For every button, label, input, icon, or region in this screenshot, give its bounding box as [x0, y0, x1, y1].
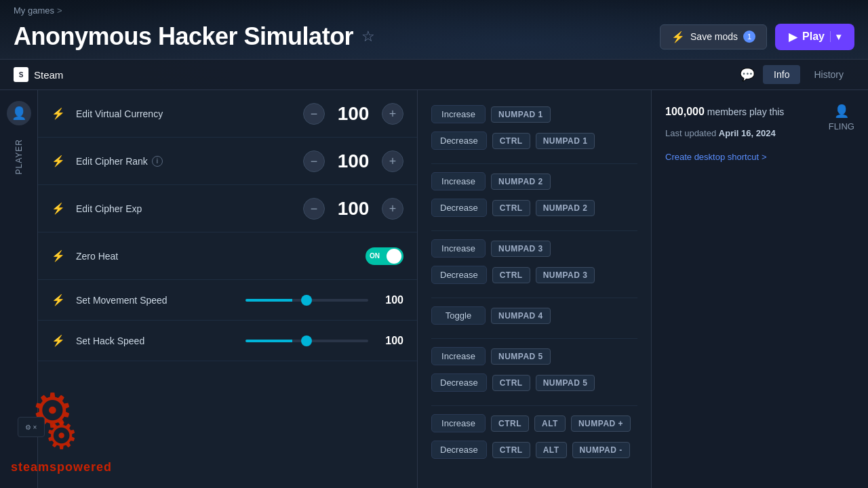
increase-virtual-currency-button[interactable]: + [382, 103, 403, 125]
platform-name: Steam [34, 69, 63, 81]
hotkey-action-decrease-2: Decrease [431, 199, 487, 217]
mod-zero-heat: ⚡ Zero Heat ON [38, 232, 417, 280]
hotkey-row-increase-5: Increase NUMPAD 5 [431, 343, 637, 369]
author-name: FLING [829, 121, 854, 131]
hotkey-key-ctrl-1: CTRL [492, 133, 530, 149]
cipher-rank-info-icon[interactable]: i [152, 156, 163, 167]
movement-speed-slider-row: 100 [245, 294, 404, 306]
desktop-link-text: Create desktop shortcut [665, 152, 759, 162]
value-cipher-exp: 100 [333, 198, 374, 220]
hotkey-row-decrease-3: Decrease CTRL NUMPAD 3 [431, 262, 637, 288]
hotkey-action-increase-1: Increase [431, 105, 486, 123]
play-button[interactable]: ▶ Play ▾ [775, 24, 854, 50]
hotkey-key-ctrl-hack: CTRL [491, 415, 529, 432]
page-header: Anonymous Hacker Simulator ☆ ⚡ Save mods… [0, 18, 868, 59]
hotkey-action-increase-2: Increase [431, 172, 486, 190]
hotkey-key-numpad5: NUMPAD 5 [491, 348, 551, 365]
hotkey-key-numpad1-dec: NUMPAD 1 [536, 133, 595, 149]
main-content: 👤 Player ⚡ Edit Virtual Currency − 100 +… [0, 90, 868, 488]
hotkey-row-increase-1: Increase NUMPAD 1 [431, 101, 637, 127]
members-label: members play this [707, 106, 785, 117]
decrease-cipher-exp-button[interactable]: − [303, 198, 325, 220]
zero-heat-toggle[interactable]: ON [366, 247, 403, 265]
play-icon: ▶ [789, 30, 797, 43]
mod-lightning-icon-5: ⚡ [52, 293, 65, 306]
hotkey-row-increase-3: Increase NUMPAD 3 [431, 235, 637, 262]
mod-controls-cipher-rank: − 100 + [303, 150, 403, 172]
breadcrumb-chevron: > [57, 5, 62, 16]
mod-controls-virtual-currency: − 100 + [303, 103, 403, 125]
steam-logo-overlay: ⚙ ⚙ × ⚙ steamspowered [11, 383, 112, 474]
hotkey-key-numpad3: NUMPAD 3 [491, 241, 551, 257]
hotkey-key-numpad5-dec: NUMPAD 5 [536, 375, 595, 391]
lightning-icon: ⚡ [671, 30, 685, 43]
hotkey-action-decrease-5: Decrease [431, 373, 487, 392]
hotkey-key-ctrl-3: CTRL [492, 267, 530, 283]
header-left: Anonymous Hacker Simulator ☆ [14, 22, 375, 51]
steam-powered-text: steamspowered [11, 460, 112, 474]
hotkey-row-decrease-1: Decrease CTRL NUMPAD 1 [431, 127, 637, 154]
hotkey-key-numpad-plus: NUMPAD + [571, 415, 631, 432]
hotkey-row-decrease-hack: Decrease CTRL ALT NUMPAD - [431, 436, 637, 463]
hotkey-key-ctrl-5: CTRL [492, 375, 530, 391]
hack-speed-slider-row: 100 [245, 335, 404, 347]
author-icon: 👤 [834, 104, 849, 119]
mod-controls-cipher-exp: − 100 + [303, 198, 403, 220]
separator-1 [431, 163, 637, 164]
hotkey-group-zero-heat: Toggle NUMPAD 4 [431, 302, 637, 329]
sidebar-label: Player [14, 139, 24, 174]
mod-name-zero-heat: Zero Heat [76, 251, 355, 262]
tab-history[interactable]: History [803, 65, 854, 84]
play-dropdown-chevron[interactable]: ▾ [830, 31, 841, 42]
hotkey-group-movement-speed: Increase NUMPAD 5 Decrease CTRL NUMPAD 5 [431, 343, 637, 396]
gear-small-icon: ⚙ [45, 414, 78, 458]
mod-name-hack-speed: Set Hack Speed [76, 336, 235, 346]
hotkey-action-toggle-4: Toggle [431, 306, 486, 325]
game-title: Anonymous Hacker Simulator [14, 22, 353, 51]
hack-speed-slider[interactable] [245, 340, 369, 342]
mod-lightning-icon-6: ⚡ [52, 334, 65, 347]
tab-info[interactable]: Info [763, 65, 800, 84]
value-virtual-currency: 100 [333, 103, 374, 125]
create-desktop-shortcut-link[interactable]: Create desktop shortcut > [665, 152, 784, 162]
chat-icon[interactable]: 💬 [740, 67, 755, 82]
hotkey-row-toggle-4: Toggle NUMPAD 4 [431, 302, 637, 329]
mod-cipher-exp: ⚡ Edit Cipher Exp − 100 + [38, 185, 417, 232]
info-last-updated: Last updated April 16, 2024 [665, 127, 784, 141]
last-updated-date: April 16, 2024 [719, 128, 776, 138]
hotkey-action-increase-3: Increase [431, 239, 486, 258]
mod-hack-speed: ⚡ Set Hack Speed 100 [38, 321, 417, 361]
hotkey-key-numpad2-dec: NUMPAD 2 [536, 200, 595, 216]
toggle-on-label: ON [370, 252, 380, 260]
info-panel: 100,000 members play this Last updated A… [651, 90, 868, 488]
hotkey-row-increase-hack: Increase CTRL ALT NUMPAD + [431, 410, 637, 436]
hotkey-key-numpad4: NUMPAD 4 [491, 308, 551, 324]
mod-name-virtual-currency: Edit Virtual Currency [76, 108, 292, 119]
favorite-icon[interactable]: ☆ [361, 28, 375, 45]
movement-speed-value: 100 [376, 294, 403, 306]
hotkey-action-decrease-hack: Decrease [431, 441, 487, 459]
hotkey-row-decrease-5: Decrease CTRL NUMPAD 5 [431, 369, 637, 396]
hotkey-group-cipher-exp: Increase NUMPAD 3 Decrease CTRL NUMPAD 3 [431, 235, 637, 288]
my-games-link[interactable]: My games [14, 5, 54, 16]
mod-name-cipher-exp: Edit Cipher Exp [76, 203, 292, 214]
decrease-virtual-currency-button[interactable]: − [303, 103, 325, 125]
mod-lightning-icon-4: ⚡ [52, 249, 65, 262]
mod-virtual-currency: ⚡ Edit Virtual Currency − 100 + [38, 90, 417, 138]
movement-speed-slider[interactable] [245, 299, 369, 302]
platform-tabs: 💬 Info History [740, 65, 854, 84]
hotkey-action-increase-hack: Increase [431, 414, 486, 432]
hotkey-group-hack-speed: Increase CTRL ALT NUMPAD + Decrease CTRL… [431, 410, 637, 463]
members-count: 100,000 [665, 106, 705, 117]
mod-lightning-icon-3: ⚡ [52, 202, 65, 215]
hotkey-action-decrease-3: Decrease [431, 266, 487, 284]
increase-cipher-rank-button[interactable]: + [382, 150, 403, 172]
steam-gears: ⚙ ⚙ × ⚙ [18, 383, 106, 458]
hotkey-group-virtual-currency: Increase NUMPAD 1 Decrease CTRL NUMPAD 1 [431, 101, 637, 154]
hotkeys-panel: Increase NUMPAD 1 Decrease CTRL NUMPAD 1… [418, 90, 651, 488]
increase-cipher-exp-button[interactable]: + [382, 198, 403, 220]
decrease-cipher-rank-button[interactable]: − [303, 150, 325, 172]
save-mods-button[interactable]: ⚡ Save mods 1 [660, 24, 767, 49]
hotkey-action-decrease-1: Decrease [431, 131, 487, 150]
user-icon[interactable]: 👤 [7, 101, 31, 125]
